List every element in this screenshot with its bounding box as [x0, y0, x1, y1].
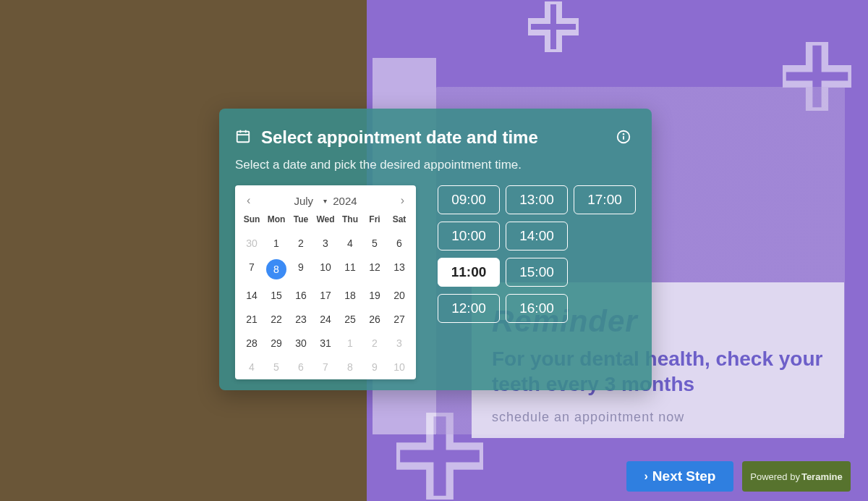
calendar-day[interactable]: 9: [365, 359, 385, 375]
modal-header: Select appointment date and time: [235, 127, 636, 148]
time-slot[interactable]: 12:00: [438, 294, 500, 323]
dow-label: Fri: [362, 211, 387, 227]
calendar-day[interactable]: 31: [315, 335, 336, 351]
calendar-day[interactable]: 15: [266, 287, 286, 303]
calendar-day[interactable]: 28: [242, 335, 262, 351]
calendar-day[interactable]: 3: [315, 235, 336, 251]
next-month-button[interactable]: ›: [396, 193, 409, 209]
calendar-day[interactable]: 10: [315, 259, 336, 275]
time-slot[interactable]: 11:00: [438, 258, 500, 287]
calendar-day[interactable]: 5: [365, 235, 385, 251]
calendar-day[interactable]: 11: [340, 259, 360, 275]
calendar-day[interactable]: 5: [266, 359, 286, 375]
calendar-day[interactable]: 29: [266, 335, 286, 351]
dow-label: Tue: [289, 211, 313, 227]
calendar-day[interactable]: 7: [242, 259, 262, 275]
calendar-day[interactable]: 1: [340, 335, 360, 351]
calendar-day[interactable]: 22: [266, 311, 286, 327]
svg-rect-0: [237, 132, 250, 143]
time-slot[interactable]: 14:00: [506, 222, 568, 250]
time-slot[interactable]: 15:00: [506, 258, 568, 287]
calendar-day[interactable]: 10: [389, 359, 409, 375]
calendar-day[interactable]: 24: [315, 311, 336, 327]
year-label: 2024: [333, 195, 357, 207]
calendar-day[interactable]: 21: [242, 311, 262, 327]
modal-subtitle: Select a date and pick the desired appoi…: [235, 158, 636, 172]
powered-by-link[interactable]: Powered byTeramine: [742, 461, 851, 492]
calendar-day[interactable]: 23: [291, 311, 311, 327]
powered-brand: Teramine: [801, 471, 843, 482]
time-slot[interactable]: 16:00: [506, 294, 568, 323]
calendar-day[interactable]: 7: [315, 359, 336, 375]
calendar-day[interactable]: 2: [291, 235, 311, 251]
prev-month-button[interactable]: ‹: [242, 193, 255, 209]
dow-label: Thu: [338, 211, 362, 227]
dow-label: Sat: [387, 211, 412, 227]
powered-prefix: Powered by: [750, 471, 800, 482]
calendar-day[interactable]: 25: [340, 311, 360, 327]
calendar-day[interactable]: 4: [340, 235, 360, 251]
next-step-button[interactable]: › Next Step: [626, 461, 733, 492]
dow-label: Mon: [264, 211, 289, 227]
year-select[interactable]: ▾ 2024: [323, 195, 357, 207]
calendar-day[interactable]: 4: [242, 359, 262, 375]
calendar-day[interactable]: 8: [266, 259, 286, 279]
reminder-cta: schedule an appointment now: [492, 410, 824, 425]
time-slot[interactable]: 09:00: [438, 185, 500, 214]
info-icon[interactable]: [616, 129, 631, 148]
dow-label: Wed: [313, 211, 338, 227]
date-picker: ‹ July ▾ 2024 › SunMonTueWedThuFriSat301…: [235, 185, 416, 379]
dow-label: Sun: [239, 211, 264, 227]
time-slot[interactable]: 17:00: [574, 185, 636, 214]
calendar-day[interactable]: 3: [389, 335, 409, 351]
time-slot-grid: 09:0010:0011:0012:0013:0014:0015:0016:00…: [438, 185, 636, 379]
calendar-day[interactable]: 9: [291, 259, 311, 275]
calendar-day[interactable]: 12: [365, 259, 385, 275]
next-step-label: Next Step: [652, 468, 716, 484]
time-slot[interactable]: 10:00: [438, 222, 500, 250]
calendar-day[interactable]: 2: [365, 335, 385, 351]
calendar-day[interactable]: 16: [291, 287, 311, 303]
calendar-icon: [235, 128, 251, 147]
calendar-day[interactable]: 13: [389, 259, 409, 275]
calendar-day[interactable]: 18: [340, 287, 360, 303]
appointment-modal: Select appointment date and time Select …: [219, 109, 652, 390]
chevron-down-icon: ▾: [323, 197, 327, 205]
svg-point-6: [624, 134, 624, 135]
calendar-day[interactable]: 27: [389, 311, 409, 327]
modal-title: Select appointment date and time: [261, 127, 538, 148]
month-label: July: [294, 195, 313, 207]
time-slot[interactable]: 13:00: [506, 185, 568, 214]
plus-icon: [528, 1, 579, 52]
chevron-right-icon: ›: [644, 470, 648, 483]
calendar-day[interactable]: 26: [365, 311, 385, 327]
calendar-day[interactable]: 20: [389, 287, 409, 303]
month-select[interactable]: July: [294, 195, 313, 207]
calendar-day[interactable]: 8: [340, 359, 360, 375]
calendar-day[interactable]: 17: [315, 287, 336, 303]
calendar-day[interactable]: 6: [291, 359, 311, 375]
calendar-day[interactable]: 30: [291, 335, 311, 351]
calendar-day[interactable]: 14: [242, 287, 262, 303]
calendar-day[interactable]: 19: [365, 287, 385, 303]
calendar-day[interactable]: 30: [242, 235, 262, 251]
calendar-day[interactable]: 1: [266, 235, 286, 251]
calendar-day[interactable]: 6: [389, 235, 409, 251]
